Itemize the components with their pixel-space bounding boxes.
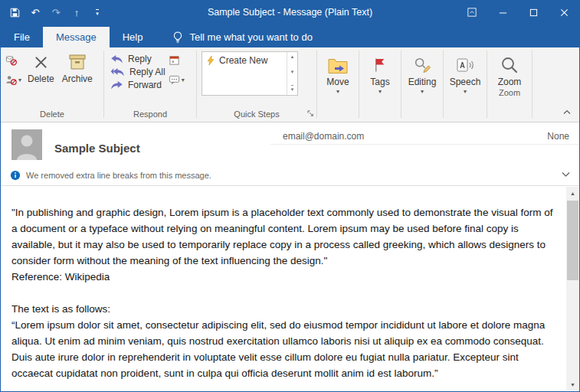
- minimize-button[interactable]: [487, 1, 518, 24]
- header-meta-row: email@domain.com None: [270, 128, 579, 145]
- editing-group: Editing ▾: [401, 47, 443, 122]
- ignore-icon: [5, 54, 17, 66]
- dialog-launcher-icon: [307, 110, 314, 117]
- customize-qat-button[interactable]: ▾: [90, 5, 104, 19]
- tags-button[interactable]: Tags ▾: [366, 51, 393, 95]
- zoom-button[interactable]: Zoom: [494, 51, 526, 87]
- editing-icon: [413, 55, 431, 75]
- quick-access-toolbar: ↶ ↷ ↑ ▾: [1, 5, 104, 19]
- info-bar: We removed extra line breaks from this m…: [1, 165, 579, 186]
- redo-icon: ↷: [52, 7, 61, 18]
- collapse-header-button[interactable]: [562, 170, 570, 179]
- scroll-down-button[interactable]: ▼: [566, 378, 579, 390]
- gallery-scrollbar: ▲ ▼ ▾: [287, 52, 297, 95]
- reply-all-button[interactable]: Reply All: [110, 67, 165, 77]
- reply-button[interactable]: Reply: [110, 54, 165, 64]
- speech-button[interactable]: Speech ▾: [446, 51, 485, 95]
- gallery-more-button[interactable]: ▾: [291, 85, 294, 93]
- previous-item-button[interactable]: ↑: [70, 5, 84, 19]
- body-paragraph: "In publishing and graphic design, Lorem…: [11, 204, 556, 269]
- tab-file[interactable]: File: [1, 27, 43, 47]
- scroll-thumb[interactable]: [567, 201, 578, 280]
- editing-label: Editing: [408, 77, 437, 87]
- move-group-label: [317, 95, 359, 99]
- ribbon-display-options-button[interactable]: [457, 1, 487, 24]
- archive-button[interactable]: Archive: [58, 47, 97, 84]
- speech-icon: [456, 55, 474, 75]
- forward-label: Forward: [128, 80, 162, 90]
- ribbon: ▾ Delete Archive Delete: [1, 47, 579, 122]
- tags-group-label: [359, 95, 401, 99]
- editing-button[interactable]: Editing ▾: [405, 51, 441, 95]
- delete-icon: [33, 52, 49, 72]
- scrollbar-track[interactable]: [566, 199, 579, 378]
- body-paragraph: “Lorem ipsum dolor sit amet, consectetur…: [11, 317, 556, 381]
- sender-email[interactable]: email@domain.com: [270, 131, 364, 142]
- undo-icon: ↶: [31, 7, 40, 18]
- vertical-scrollbar[interactable]: ▲ ▼: [566, 187, 579, 390]
- forward-button[interactable]: Forward: [110, 80, 165, 90]
- info-icon: [10, 170, 21, 181]
- ribbon-display-options-icon: [467, 8, 477, 17]
- gallery-scroll-down-button[interactable]: ▼: [290, 70, 295, 74]
- create-new-button[interactable]: Create New: [202, 52, 297, 69]
- move-button[interactable]: Move ▾: [323, 51, 352, 95]
- quick-steps-group-label: Quick Steps: [197, 109, 316, 122]
- redo-button[interactable]: ↷: [49, 5, 63, 19]
- junk-icon: [5, 74, 17, 86]
- tab-help[interactable]: Help: [110, 27, 156, 47]
- speech-label: Speech: [450, 77, 481, 87]
- move-label: Move: [326, 77, 349, 87]
- delete-button[interactable]: Delete: [24, 47, 58, 84]
- message-subject: Sample Subject: [54, 142, 140, 155]
- body-paragraph: [11, 285, 556, 301]
- create-new-label: Create New: [219, 55, 267, 66]
- tab-message[interactable]: Message: [43, 27, 110, 47]
- reply-label: Reply: [128, 54, 152, 64]
- tell-me-label: Tell me what you want to do: [189, 31, 312, 43]
- more-respond-button[interactable]: ▾: [169, 74, 185, 86]
- move-group: Move ▾: [317, 47, 359, 122]
- maximize-button[interactable]: [518, 1, 549, 24]
- collapse-ribbon-button[interactable]: [563, 104, 571, 118]
- quick-steps-gallery[interactable]: Create New ▲ ▼ ▾: [202, 51, 298, 96]
- body-paragraph: The text is as follows:: [11, 301, 556, 317]
- reply-icon: [110, 54, 123, 64]
- save-icon: [10, 8, 20, 18]
- titlebar: Sample Subject - Message (Plain Text) ↶ …: [1, 1, 579, 24]
- chevron-up-icon: [563, 109, 571, 115]
- ignore-button[interactable]: [5, 54, 21, 66]
- magnifier-icon: [500, 55, 519, 75]
- close-button[interactable]: [549, 1, 579, 24]
- meeting-button[interactable]: [169, 54, 185, 66]
- chevron-down-icon: ▾: [421, 89, 424, 95]
- maximize-icon: [529, 8, 538, 17]
- person-icon: [11, 129, 42, 160]
- zoom-group-label: Zoom: [487, 87, 532, 100]
- outlook-message-window: Sample Subject - Message (Plain Text) ↶ …: [0, 0, 580, 392]
- respond-group-label: Respond: [104, 109, 196, 122]
- flag-status[interactable]: None: [547, 131, 579, 142]
- chevron-down-icon: ▾: [336, 89, 339, 95]
- speech-group-label: [444, 95, 487, 99]
- quick-steps-dialog-launcher[interactable]: [307, 110, 314, 117]
- close-icon: [560, 8, 569, 17]
- archive-button-label: Archive: [62, 74, 93, 84]
- flag-icon: [372, 55, 387, 75]
- message-body[interactable]: "In publishing and graphic design, Lorem…: [1, 186, 566, 391]
- junk-button[interactable]: ▾: [5, 74, 21, 86]
- editing-group-label: [401, 95, 443, 99]
- respond-group: Reply Reply All Forward: [104, 47, 196, 122]
- avatar[interactable]: [11, 129, 42, 160]
- reply-all-icon: [110, 67, 125, 77]
- zoom-button-label: Zoom: [498, 77, 522, 87]
- save-button[interactable]: [8, 5, 21, 19]
- scroll-up-button[interactable]: ▲: [566, 187, 579, 199]
- zoom-group: Zoom Zoom: [487, 47, 532, 122]
- tell-me-box[interactable]: Tell me what you want to do: [172, 27, 312, 47]
- quick-steps-label-text: Quick Steps: [234, 109, 279, 119]
- archive-icon: [68, 52, 87, 72]
- customize-qat-icon: ▾: [96, 9, 99, 16]
- undo-button[interactable]: ↶: [28, 5, 42, 19]
- gallery-scroll-up-button[interactable]: ▲: [290, 54, 295, 59]
